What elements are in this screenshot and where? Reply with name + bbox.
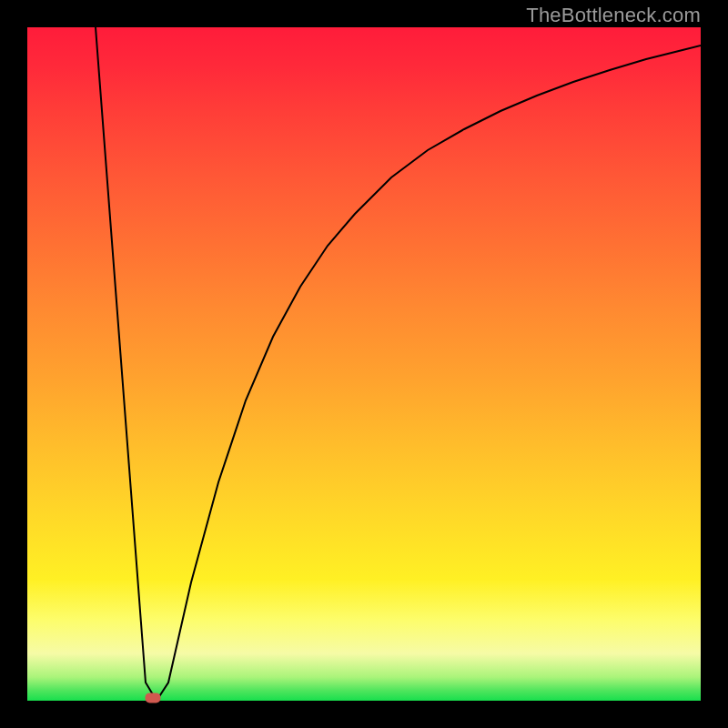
gradient-background bbox=[27, 27, 701, 701]
watermark-text: TheBottleneck.com bbox=[526, 4, 701, 27]
plot-area bbox=[27, 27, 701, 701]
optimum-marker bbox=[146, 693, 161, 703]
chart-container: TheBottleneck.com bbox=[0, 0, 728, 728]
marker-icon bbox=[146, 693, 161, 703]
